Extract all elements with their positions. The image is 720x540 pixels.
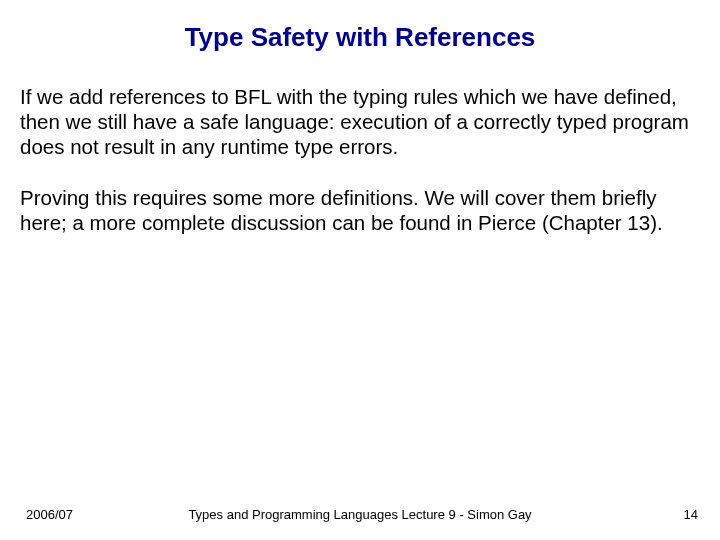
slide-title: Type Safety with References — [0, 22, 720, 53]
body-paragraph: Proving this requires some more definiti… — [20, 185, 700, 235]
slide-body: If we add references to BFL with the typ… — [20, 84, 700, 261]
footer-page-number: 14 — [684, 507, 698, 522]
footer-course: Types and Programming Languages Lecture … — [0, 507, 720, 522]
slide: Type Safety with References If we add re… — [0, 0, 720, 540]
body-paragraph: If we add references to BFL with the typ… — [20, 84, 700, 159]
